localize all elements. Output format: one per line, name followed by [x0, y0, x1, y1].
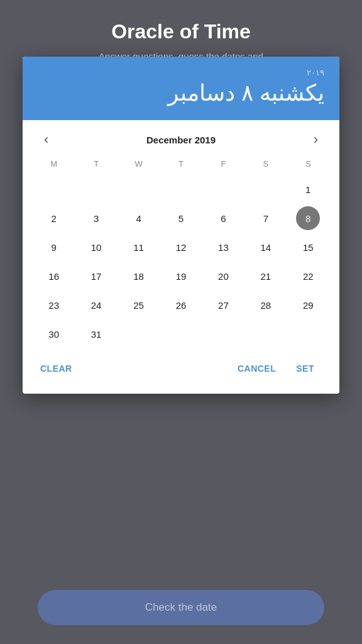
- app-title: Oracle of Time: [111, 20, 251, 43]
- calendar-day[interactable]: 25: [118, 291, 160, 319]
- calendar-day[interactable]: 1: [287, 175, 329, 204]
- calendar-day[interactable]: 15: [287, 233, 329, 262]
- calendar-weeks: 1234567891011121314151617181920212223242…: [33, 175, 329, 348]
- next-month-button[interactable]: ›: [307, 129, 324, 150]
- calendar-day[interactable]: 6: [202, 204, 244, 233]
- calendar-day[interactable]: 3: [75, 204, 117, 233]
- calendar-month-year: December 2019: [146, 135, 216, 145]
- calendar-body: ‹ December 2019 › MTWTFSS 12345678910111…: [23, 120, 339, 348]
- header-date: یکشنبه ۸ دسامبر: [38, 80, 324, 106]
- calendar-day[interactable]: 14: [244, 233, 287, 262]
- calendar-day[interactable]: 5: [160, 204, 202, 233]
- calendar-day[interactable]: 2: [33, 204, 75, 233]
- calendar-day[interactable]: 23: [33, 291, 75, 319]
- calendar-day[interactable]: 22: [287, 262, 329, 291]
- calendar-day[interactable]: 17: [75, 262, 117, 291]
- dialog-header: ۲۰۱۹ یکشنبه ۸ دسامبر: [23, 57, 339, 120]
- calendar-day[interactable]: 29: [287, 291, 329, 319]
- calendar-day[interactable]: 9: [33, 233, 75, 262]
- header-year: ۲۰۱۹: [38, 68, 324, 77]
- calendar-day[interactable]: 26: [160, 291, 202, 319]
- weekday-header: F: [202, 155, 244, 175]
- calendar-week-row: 16171819202122: [33, 262, 329, 291]
- calendar-day[interactable]: 30: [33, 319, 75, 348]
- calendar-day[interactable]: 16: [33, 262, 75, 291]
- clear-button[interactable]: CLEAR: [33, 358, 80, 379]
- calendar-week-row: 1: [33, 175, 329, 204]
- check-date-button[interactable]: Check the date: [38, 590, 324, 625]
- calendar-week-row: 9101112131415: [33, 233, 329, 262]
- calendar-day[interactable]: 11: [118, 233, 160, 262]
- prev-month-button[interactable]: ‹: [38, 129, 55, 150]
- calendar-day[interactable]: 27: [202, 291, 244, 319]
- calendar-day[interactable]: 18: [118, 262, 160, 291]
- right-actions: CANCEL SET: [222, 353, 329, 384]
- calendar-table: MTWTFSS 12345678910111213141516171819202…: [33, 155, 329, 348]
- weekday-header: S: [287, 155, 329, 175]
- calendar-day[interactable]: 19: [160, 262, 202, 291]
- calendar-week-row: 3031: [33, 319, 329, 348]
- calendar-day[interactable]: 13: [202, 233, 244, 262]
- calendar-day[interactable]: 24: [75, 291, 117, 319]
- calendar-day[interactable]: 4: [118, 204, 160, 233]
- calendar-day[interactable]: 10: [75, 233, 117, 262]
- date-picker-dialog: ۲۰۱۹ یکشنبه ۸ دسامبر ‹ December 2019 › M…: [23, 57, 339, 394]
- dialog-actions: CLEAR CANCEL SET: [23, 348, 339, 394]
- weekday-header: W: [118, 155, 160, 175]
- calendar-nav: ‹ December 2019 ›: [33, 120, 329, 155]
- weekday-header: S: [244, 155, 287, 175]
- calendar-day[interactable]: 28: [244, 291, 287, 319]
- set-button[interactable]: SET: [288, 358, 322, 379]
- weekday-header: T: [160, 155, 202, 175]
- calendar-day[interactable]: 12: [160, 233, 202, 262]
- weekday-header: T: [75, 155, 117, 175]
- weekday-header-row: MTWTFSS: [33, 155, 329, 175]
- calendar-day[interactable]: 8: [287, 204, 329, 233]
- calendar-day[interactable]: 31: [75, 319, 117, 348]
- calendar-week-row: 2345678: [33, 204, 329, 233]
- calendar-week-row: 23242526272829: [33, 291, 329, 319]
- calendar-day[interactable]: 7: [244, 204, 287, 233]
- weekday-header: M: [33, 155, 75, 175]
- cancel-button[interactable]: CANCEL: [230, 358, 283, 379]
- calendar-day[interactable]: 21: [244, 262, 287, 291]
- calendar-day[interactable]: 20: [202, 262, 244, 291]
